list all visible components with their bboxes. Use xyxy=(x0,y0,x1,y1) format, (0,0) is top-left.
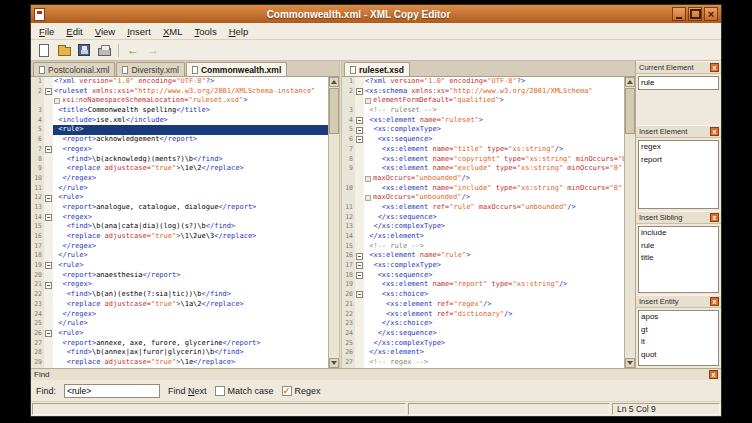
code-line[interactable]: 14 </xs:element> xyxy=(342,232,624,242)
fold-collapse-icon[interactable] xyxy=(45,214,52,221)
tab-ruleset-xsd[interactable]: ruleset.xsd xyxy=(344,62,410,76)
save-button[interactable] xyxy=(75,41,93,59)
code-line[interactable]: 20 <xs:choice> xyxy=(342,290,624,300)
tab-commonwealth-xml[interactable]: Commonwealth.xml xyxy=(186,62,287,76)
fold-collapse-icon[interactable] xyxy=(356,88,363,95)
fold-collapse-icon[interactable] xyxy=(356,117,363,124)
list-item[interactable]: title xyxy=(639,252,718,265)
menu-edit[interactable]: Edit xyxy=(60,25,88,38)
code-line[interactable]: 20 <report>anaesthesia</report> xyxy=(31,271,328,281)
undo-button[interactable] xyxy=(124,41,142,59)
title-bar[interactable]: Commonwealth.xml - XML Copy Editor xyxy=(31,5,721,23)
code-line[interactable]: 19 <rule> xyxy=(31,261,328,271)
list-item[interactable]: rule xyxy=(639,240,718,253)
list-item[interactable]: lt xyxy=(639,336,718,349)
print-button[interactable] xyxy=(95,41,113,59)
open-button[interactable] xyxy=(55,41,73,59)
fold-collapse-icon[interactable] xyxy=(45,262,52,269)
code-line[interactable]: 15 <find>\b(ana|cata|dia)(log)(s?)\b</fi… xyxy=(31,222,328,232)
fold-collapse-icon[interactable] xyxy=(356,253,363,260)
code-line[interactable]: 5 <rule> xyxy=(31,125,328,135)
code-line[interactable]: 15 <!-- rule --> xyxy=(342,242,624,252)
list-item[interactable]: quot xyxy=(639,349,718,362)
code-line[interactable]: 18 </rule> xyxy=(31,251,328,261)
fold-collapse-icon[interactable] xyxy=(356,272,363,279)
fold-collapse-icon[interactable] xyxy=(45,282,52,289)
maximize-button[interactable] xyxy=(688,7,702,21)
menu-insert[interactable]: Insert xyxy=(121,25,157,38)
code-line[interactable]: 18 <xs:sequence> xyxy=(342,271,624,281)
code-line[interactable]: 1<?xml version="1.0" encoding="UTF-8"?> xyxy=(31,77,328,87)
code-line[interactable]: 6 <xs:sequence> xyxy=(342,135,624,145)
code-line[interactable]: 6 <report>acknowledgement</report> xyxy=(31,135,328,145)
code-line[interactable]: 12 </xs:sequence> xyxy=(342,213,624,223)
code-line[interactable]: 4 <xs:element name="ruleset"> xyxy=(342,116,624,126)
close-button[interactable] xyxy=(704,7,718,21)
fold-collapse-icon[interactable] xyxy=(356,291,363,298)
code-line[interactable]: 17 </regex> xyxy=(31,242,328,252)
code-line[interactable]: 10 <xs:element name="include" type="xs:s… xyxy=(342,184,624,194)
code-line[interactable]: 23 <replace adjustcase="true">\1a\2</rep… xyxy=(31,300,328,310)
left-editor[interactable]: 1<?xml version="1.0" encoding="UTF-8"?>2… xyxy=(31,77,339,368)
vertical-scrollbar[interactable] xyxy=(624,77,635,368)
code-line[interactable]: maxOccurs="unbounded"/> xyxy=(342,193,624,203)
code-line[interactable]: 16 <xs:element name="rule"> xyxy=(342,251,624,261)
fold-collapse-icon[interactable] xyxy=(45,146,52,153)
code-line[interactable]: 1<?xml version="1.0" encoding="UTF-8"?> xyxy=(342,77,624,87)
code-line[interactable]: 3 <title>Commonwealth spelling</title> xyxy=(31,106,328,116)
code-line[interactable]: 26 <rule> xyxy=(31,329,328,339)
code-line[interactable]: 8 <find>\b(acknowledg)(ments?)\b</find> xyxy=(31,155,328,165)
menu-help[interactable]: Help xyxy=(223,25,255,38)
fold-collapse-icon[interactable] xyxy=(356,262,363,269)
fold-collapse-icon[interactable] xyxy=(356,136,363,143)
fold-collapse-icon[interactable] xyxy=(356,127,363,134)
close-icon[interactable]: x xyxy=(710,297,719,306)
code-line[interactable]: 7 <regex> xyxy=(31,145,328,155)
close-icon[interactable]: x xyxy=(710,63,719,72)
tab-diversity-xml[interactable]: Diversity.xml xyxy=(116,62,185,76)
tab-postcolonial-xml[interactable]: Postcolonial.xml xyxy=(33,62,115,76)
code-line[interactable]: 16 <replace adjustcase="true">\1\2ue\3</… xyxy=(31,232,328,242)
menu-xml[interactable]: XML xyxy=(157,25,189,38)
list-item[interactable]: gt xyxy=(639,324,718,337)
code-line[interactable]: 24 </regex> xyxy=(31,310,328,320)
new-button[interactable] xyxy=(35,41,53,59)
code-line[interactable]: 2<ruleset xmlns:xsi="http://www.w3.org/2… xyxy=(31,87,328,97)
code-line[interactable]: 11 </rule> xyxy=(31,184,328,194)
code-line[interactable]: 14 <regex> xyxy=(31,213,328,223)
find-next-button[interactable]: Find Next xyxy=(168,386,207,396)
scroll-up-icon[interactable] xyxy=(329,77,339,87)
code-line[interactable]: elementFormDefault="qualified"> xyxy=(342,96,624,106)
code-line[interactable]: 17 <xs:complexType> xyxy=(342,261,624,271)
close-icon[interactable]: x xyxy=(710,127,719,136)
close-icon[interactable]: x xyxy=(710,213,719,222)
code-line[interactable]: 22 <xs:element ref="dictionary"/> xyxy=(342,310,624,320)
code-line[interactable]: 9 <replace adjustcase="true">\1e\2</repl… xyxy=(31,164,328,174)
list-item[interactable]: report xyxy=(639,154,718,167)
fold-collapse-icon[interactable] xyxy=(45,330,52,337)
code-line[interactable]: 27 <!-- regex --> xyxy=(342,358,624,368)
code-line[interactable]: 12 <rule> xyxy=(31,193,328,203)
code-line[interactable]: 3 <!-- ruleset --> xyxy=(342,106,624,116)
code-line[interactable]: 25 </rule> xyxy=(31,319,328,329)
scroll-down-icon[interactable] xyxy=(625,358,635,368)
scroll-down-icon[interactable] xyxy=(329,358,339,368)
code-line[interactable]: 8 <xs:element name="copyright" type="xs:… xyxy=(342,155,624,165)
list-item[interactable]: regex xyxy=(639,141,718,154)
menu-tools[interactable]: Tools xyxy=(188,25,222,38)
code-line[interactable]: 21 <regex> xyxy=(31,280,328,290)
menu-file[interactable]: File xyxy=(33,25,60,38)
list-item[interactable]: include xyxy=(639,227,718,240)
code-line[interactable]: 4 <include>ise.xml</include> xyxy=(31,116,328,126)
code-line[interactable]: 21 <xs:element ref="regex"/> xyxy=(342,300,624,310)
scroll-up-icon[interactable] xyxy=(625,77,635,87)
scrollbar-thumb[interactable] xyxy=(329,88,339,134)
code-line[interactable]: 5 <xs:complexType> xyxy=(342,125,624,135)
code-line[interactable]: 9 <xs:element name="exclude" type="xs:st… xyxy=(342,164,624,174)
code-line[interactable]: 2<xs:schema xmlns:xs="http://www.w3.org/… xyxy=(342,87,624,97)
right-editor[interactable]: 1<?xml version="1.0" encoding="UTF-8"?>2… xyxy=(342,77,635,368)
code-line[interactable]: 27 <report>annexe, axe, furore, glycerin… xyxy=(31,339,328,349)
code-line[interactable]: maxOccurs="unbounded"/> xyxy=(342,174,624,184)
code-line[interactable]: 23 </xs:choice> xyxy=(342,319,624,329)
match-case-checkbox[interactable] xyxy=(215,386,225,396)
